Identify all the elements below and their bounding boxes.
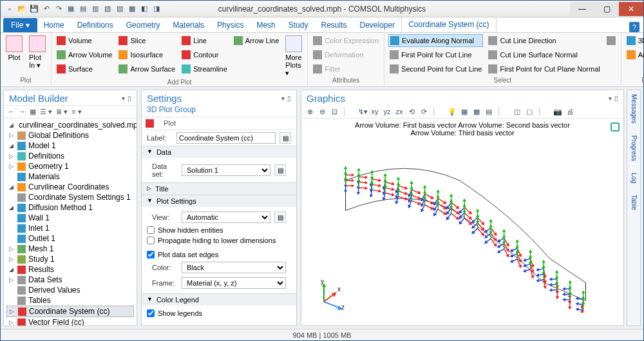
view-select[interactable]: Automatic bbox=[182, 211, 270, 223]
deformation-button[interactable]: Deformation bbox=[312, 48, 380, 61]
zoom-out-icon[interactable]: ⊖ bbox=[317, 107, 327, 116]
close-button[interactable]: ✕ bbox=[619, 2, 643, 16]
paste-icon[interactable]: ▤ bbox=[78, 4, 88, 14]
view-xy-icon[interactable]: xy bbox=[370, 107, 379, 116]
tree-outlet1[interactable]: Outlet 1 bbox=[28, 234, 55, 243]
print-icon[interactable]: 🖨 bbox=[565, 107, 574, 116]
undo-icon[interactable]: ↶ bbox=[41, 4, 52, 14]
cut-line-direction-button[interactable]: Cut Line Direction bbox=[487, 34, 601, 47]
propagate-hiding-checkbox[interactable] bbox=[147, 237, 155, 244]
mb-nav-icon[interactable]: → bbox=[19, 108, 26, 116]
slice-button[interactable]: Slice bbox=[117, 34, 176, 47]
panel-tool-icon[interactable]: ▾ bbox=[609, 95, 612, 102]
zoom-extents-icon[interactable]: ⊡ bbox=[330, 107, 339, 116]
sidebar-messages[interactable]: Messages bbox=[630, 94, 638, 124]
tab-materials[interactable]: Materials bbox=[166, 18, 211, 32]
tree-definitions[interactable]: Definitions bbox=[28, 151, 64, 161]
qa-icon[interactable]: ◧ bbox=[139, 4, 149, 14]
select-icon[interactable]: ◫ bbox=[513, 107, 522, 116]
sidebar-progress[interactable]: Progress bbox=[630, 135, 638, 161]
arrow-surface-button[interactable]: Arrow Surface bbox=[117, 63, 176, 75]
line-button[interactable]: Line bbox=[180, 34, 229, 47]
select-icon[interactable]: ▢ bbox=[525, 107, 534, 116]
qa-icon[interactable]: ◨ bbox=[151, 4, 162, 14]
contour-button[interactable]: Contour bbox=[180, 48, 229, 61]
tab-definitions[interactable]: Definitions bbox=[71, 18, 120, 32]
graphics-canvas[interactable]: Arrow Volume: First basis vector Arrow V… bbox=[301, 119, 623, 326]
tree-data-sets[interactable]: Data Sets bbox=[28, 275, 62, 284]
volume-button[interactable]: Volume bbox=[55, 34, 113, 47]
animation-button[interactable]: Animation ▾ bbox=[625, 48, 644, 61]
tree-vector-field[interactable]: Vector Field (cc) bbox=[28, 318, 84, 326]
wireframe-icon[interactable]: ▩ bbox=[472, 107, 481, 116]
surface-button[interactable]: Surface bbox=[55, 63, 113, 75]
plot-edges-checkbox[interactable] bbox=[147, 251, 155, 258]
tree-root[interactable]: curvilinear_coordinates_solved.mph bbox=[19, 121, 137, 130]
help-button[interactable]: ? bbox=[629, 22, 639, 32]
select-extra-button[interactable] bbox=[605, 34, 617, 47]
new-icon[interactable]: ▫ bbox=[5, 4, 15, 14]
mb-nav-icon[interactable]: ← bbox=[8, 108, 15, 116]
zoom-in-icon[interactable]: ⊕ bbox=[305, 107, 314, 116]
tree-tables[interactable]: Tables bbox=[28, 296, 51, 305]
tree-geometry[interactable]: Geometry 1 bbox=[28, 162, 69, 171]
qa-icon[interactable]: ▨ bbox=[115, 4, 125, 14]
show-legends-checkbox[interactable] bbox=[147, 309, 155, 317]
view-zx-icon[interactable]: zx bbox=[395, 107, 404, 116]
3d-image-button[interactable]: 3D Image bbox=[625, 34, 644, 47]
mb-nav-icon[interactable]: ▦ bbox=[30, 108, 36, 116]
tab-mesh[interactable]: Mesh bbox=[250, 18, 281, 32]
first-point-cut-line-button[interactable]: First Point for Cut Line bbox=[388, 48, 483, 61]
section-color-legend[interactable]: Color Legend bbox=[156, 296, 199, 304]
rotate-icon[interactable]: ⟳ bbox=[419, 107, 428, 116]
qa-icon[interactable]: ▥ bbox=[90, 4, 100, 14]
tab-coordinate-system[interactable]: Coordinate System (cc) bbox=[401, 16, 496, 32]
panel-tool-icon[interactable]: ▯ bbox=[614, 95, 618, 102]
plot-inline-button[interactable]: Plot bbox=[164, 119, 176, 128]
filter-button[interactable]: Filter bbox=[312, 63, 380, 75]
evaluate-along-normal-button[interactable]: Evaluate Along Normal bbox=[388, 34, 483, 47]
section-title[interactable]: Title bbox=[155, 185, 168, 193]
tree-coordinate-system[interactable]: Coordinate System (cc) bbox=[29, 307, 109, 316]
second-point-cut-line-button[interactable]: Second Point for Cut Line bbox=[388, 63, 483, 75]
color-select[interactable]: Black bbox=[182, 262, 286, 273]
first-point-cut-plane-normal-button[interactable]: First Point for Cut Plane Normal bbox=[487, 63, 601, 75]
model-tree[interactable]: ◢curvilinear_coordinates_solved.mph ▷Glo… bbox=[4, 119, 137, 326]
tab-home[interactable]: Home bbox=[37, 18, 71, 32]
save-icon[interactable]: 💾 bbox=[29, 4, 39, 14]
isosurface-button[interactable]: Isosurface bbox=[117, 48, 176, 61]
tree-study1[interactable]: Study 1 bbox=[28, 255, 55, 264]
plot-button[interactable]: Plot bbox=[5, 34, 24, 63]
sidebar-log[interactable]: Log bbox=[630, 173, 638, 184]
tab-study[interactable]: Study bbox=[282, 18, 315, 32]
file-menu[interactable]: File ▾ bbox=[3, 18, 37, 32]
streamline-button[interactable]: Streamline bbox=[180, 63, 229, 75]
view-axis-icon[interactable]: ↯▾ bbox=[358, 107, 367, 116]
tree-derived-values[interactable]: Derived Values bbox=[28, 286, 80, 295]
label-link-button[interactable]: ▤ bbox=[279, 132, 291, 144]
qa-icon[interactable]: ▧ bbox=[102, 4, 113, 14]
view-yz-icon[interactable]: yz bbox=[383, 107, 392, 116]
panel-tool-icon[interactable]: ▯ bbox=[287, 95, 291, 102]
tree-diffusion-method[interactable]: Diffusion Method 1 bbox=[28, 203, 93, 212]
mb-nav-icon[interactable]: ≣ ▾ bbox=[56, 108, 68, 116]
light-icon[interactable]: 💡 bbox=[448, 107, 457, 116]
plot-in-button[interactable]: Plot In ▾ bbox=[28, 34, 47, 71]
tree-css1[interactable]: Coordinate System Settings 1 bbox=[28, 193, 131, 202]
tab-results[interactable]: Results bbox=[314, 18, 353, 32]
tree-results[interactable]: Results bbox=[28, 265, 54, 274]
panel-tool-icon[interactable]: ▯ bbox=[128, 95, 131, 102]
tree-model1[interactable]: Model 1 bbox=[28, 141, 56, 150]
panel-tool-icon[interactable]: ▾ bbox=[122, 95, 125, 102]
grid-icon[interactable]: ▤ bbox=[484, 107, 493, 116]
tab-geometry[interactable]: Geometry bbox=[120, 18, 167, 32]
sidebar-table[interactable]: Table bbox=[630, 195, 638, 210]
arrow-volume-button[interactable]: Arrow Volume bbox=[55, 48, 113, 61]
mb-nav-icon[interactable]: ≡ ▾ bbox=[71, 108, 81, 116]
copy-icon[interactable]: ▦ bbox=[66, 4, 76, 14]
frame-select[interactable]: Material (x, y, z) bbox=[182, 277, 286, 289]
dataset-select[interactable]: Solution 1 bbox=[182, 164, 270, 176]
color-expression-button[interactable]: Color Expression bbox=[312, 34, 380, 47]
section-plot-settings[interactable]: Plot Settings bbox=[156, 197, 196, 205]
qa-icon[interactable]: ▩ bbox=[127, 4, 137, 14]
